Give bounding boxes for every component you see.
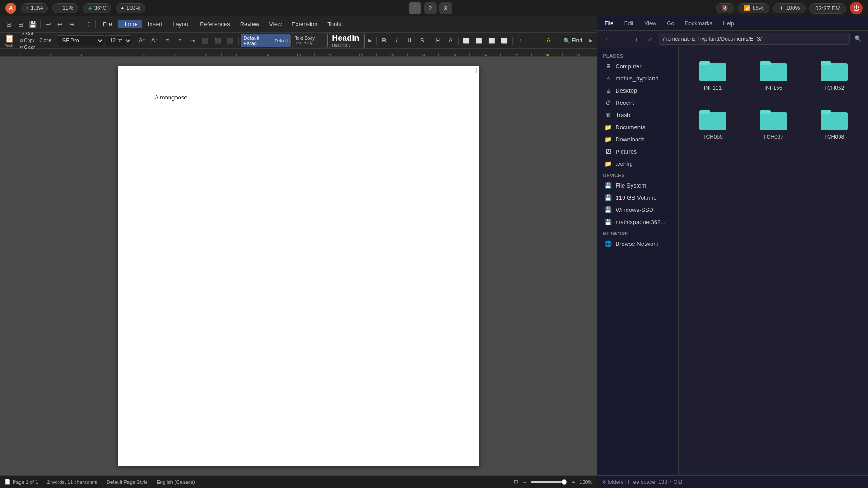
menu-review[interactable]: Review (236, 20, 264, 28)
sidebar-item-windows-ssd[interactable]: 💾 Windows-SSD (599, 204, 676, 216)
underline-btn[interactable]: U (404, 35, 415, 47)
fm-tab-file[interactable]: File (601, 19, 617, 28)
fm-tab-bookmarks[interactable]: Bookmarks (681, 19, 716, 28)
list-unordered-btn[interactable]: ≡ (161, 35, 173, 47)
workspace-1[interactable]: 1 (409, 2, 421, 14)
styles-more-btn[interactable]: ▶ (366, 35, 374, 47)
style-default[interactable]: Default Parag... Default (241, 34, 291, 47)
document-area[interactable]: | | A mongoose (0, 57, 597, 475)
fm-sidebar: Places 🖥 Computer ⌂ mathis_hyprland 🖥 De… (597, 47, 679, 475)
fm-home-btn[interactable]: ⌂ (644, 33, 657, 45)
clone-button[interactable]: Clone (38, 38, 53, 44)
fm-main-area[interactable]: INF111 INF155 (679, 47, 868, 475)
fm-tabs: File Edit View Go Bookmarks Help (597, 16, 868, 31)
align-right-btn[interactable]: ⬛ (225, 35, 236, 47)
sidebar-item-recent[interactable]: ⏱ Recent (599, 97, 676, 108)
grid-icon-btn[interactable]: ⊞ (4, 19, 14, 30)
toolbar-more-btn[interactable]: ▶ (587, 35, 595, 47)
fm-tab-go[interactable]: Go (663, 19, 678, 28)
menu-file[interactable]: File (98, 20, 117, 28)
sidebar-item-pictures[interactable]: 🖼 Pictures (599, 145, 676, 157)
document-page[interactable]: | | A mongoose (118, 66, 479, 466)
zoom-slider[interactable] (531, 481, 567, 483)
sidebar-item-desktop[interactable]: 🖥 Desktop (599, 84, 676, 96)
workspace-3[interactable]: 3 (439, 2, 452, 14)
mute-button[interactable]: 🔇 (716, 3, 734, 13)
font-size-select[interactable]: 12 pt (105, 35, 132, 46)
panels-icon-btn[interactable]: ⊟ (15, 19, 26, 30)
sidebar-item-home[interactable]: ⌂ mathis_hyprland (599, 72, 676, 84)
print-icon-btn[interactable]: 🖨 (82, 19, 93, 30)
workspace-2[interactable]: 2 (424, 2, 437, 14)
sidebar-item-computer[interactable]: 🖥 Computer (599, 60, 676, 72)
align-center-btn[interactable]: ⬛ (212, 35, 224, 47)
menu-insert[interactable]: Insert (143, 20, 167, 28)
folder-TCH055[interactable]: TCH055 (686, 103, 739, 145)
italic-btn[interactable]: I (391, 35, 403, 47)
zoom-plus-btn[interactable]: + (570, 479, 577, 486)
menu-tools[interactable]: Tools (323, 20, 345, 28)
folder-INF155[interactable]: INF155 (747, 54, 800, 96)
menu-layout[interactable]: Layout (168, 20, 194, 28)
align-right-text-btn[interactable]: ⬜ (486, 35, 498, 47)
strikethrough-btn[interactable]: S (416, 35, 428, 47)
bg-color-btn[interactable]: A (543, 35, 555, 47)
font-color-btn[interactable]: A (445, 35, 457, 47)
sidebar-item-config[interactable]: 📁 .config (599, 158, 676, 169)
documents-icon: 📁 (604, 123, 612, 131)
fm-tab-help[interactable]: Help (719, 19, 738, 28)
highlight-btn[interactable]: H (432, 35, 444, 47)
justify-btn[interactable]: ⬜ (499, 35, 510, 47)
find-button[interactable]: 🔍 Find (560, 35, 586, 47)
fm-tab-view[interactable]: View (641, 19, 660, 28)
sidebar-item-downloads[interactable]: 📁 Downloads (599, 133, 676, 145)
fm-tab-edit[interactable]: Edit (621, 19, 637, 28)
folder-INF111[interactable]: INF111 (686, 54, 739, 96)
undo-icon-btn[interactable]: ↩ (43, 19, 54, 30)
fm-forward-btn[interactable]: → (615, 33, 628, 45)
list-ordered-btn[interactable]: ≡ (174, 35, 186, 47)
increase-font-btn[interactable]: A⁺ (136, 35, 148, 47)
style-textbody[interactable]: Text Body Text Body (292, 33, 328, 48)
undo2-icon-btn[interactable]: ↩ (55, 19, 66, 30)
align-left-text-btn[interactable]: ⬜ (461, 35, 472, 47)
fm-up-btn[interactable]: ↑ (630, 33, 642, 45)
sidebar-item-browse-network[interactable]: 🌐 Browse Network (599, 238, 676, 249)
indent-btn[interactable]: ⇥ (187, 35, 198, 47)
wifi-status[interactable]: 📶 86% (738, 3, 769, 13)
decrease-font-btn[interactable]: A⁻ (149, 35, 160, 47)
menu-view[interactable]: View (264, 20, 286, 28)
power-button[interactable]: ⏻ (850, 2, 863, 14)
folder-TCH052[interactable]: TCH052 (807, 54, 861, 96)
sidebar-item-119gb[interactable]: 💾 119 GB Volume (599, 192, 676, 203)
redo-icon-btn[interactable]: ↪ (66, 19, 77, 30)
align-center-text-btn[interactable]: ⬜ (473, 35, 485, 47)
menu-references[interactable]: References (195, 20, 234, 28)
temp-value: 36°C (94, 5, 106, 11)
sidebar-item-trash[interactable]: 🗑 Trash (599, 109, 676, 121)
app-logo[interactable]: A (5, 3, 16, 14)
zoom-minus-btn[interactable]: − (521, 479, 528, 486)
folder-TCH098[interactable]: TCH098 (807, 103, 861, 145)
align-left-btn[interactable]: ⬛ (199, 35, 211, 47)
menu-home[interactable]: Home (118, 20, 142, 28)
sidebar-item-documents[interactable]: 📁 Documents (599, 121, 676, 133)
fm-back-btn[interactable]: ← (601, 33, 613, 45)
document-content[interactable]: A mongoose (154, 93, 443, 101)
fm-search-btn[interactable]: 🔍 (852, 33, 864, 45)
line-spacing-btn[interactable]: ↕ (514, 35, 526, 47)
font-family-select[interactable]: SF Pro (57, 35, 104, 46)
menu-extension[interactable]: Extension (287, 20, 322, 28)
bold-btn[interactable]: B (378, 35, 390, 47)
style-heading[interactable]: Headin Heading 1 (329, 33, 365, 48)
cut-button[interactable]: ✂ Cut (18, 31, 37, 37)
copy-button[interactable]: ⧉ Copy (18, 38, 37, 44)
sidebar-item-mathispaquet[interactable]: 💾 mathispaquet362... (599, 216, 676, 228)
para-spacing-btn[interactable]: ↕ (527, 35, 539, 47)
paste-button[interactable]: 📋 Paste (2, 35, 17, 47)
fm-path-bar[interactable]: /home/mathis_hyprland/Documents/ETS/ (659, 33, 850, 45)
save-icon-btn[interactable]: 💾 (27, 19, 38, 30)
folder-TCH097[interactable]: TCH097 (747, 103, 800, 145)
sidebar-item-filesystem[interactable]: 💾 File System (599, 179, 676, 191)
brightness-control[interactable]: ☀ 100% (773, 3, 806, 13)
